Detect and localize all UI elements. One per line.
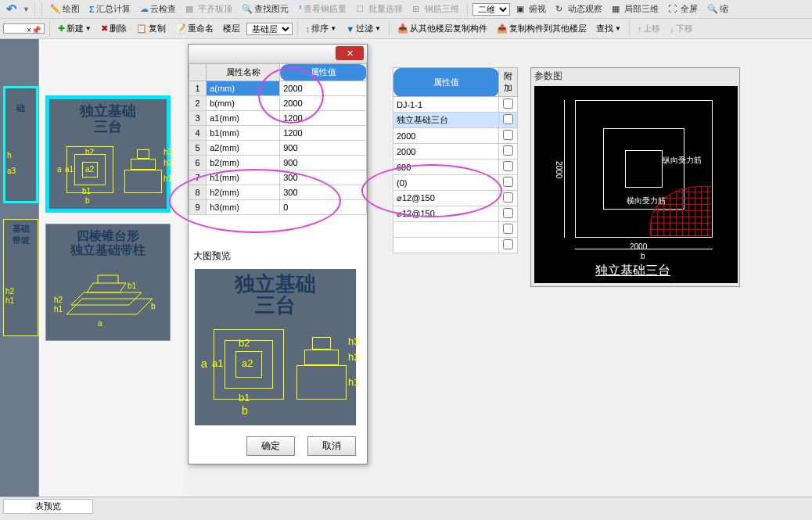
up-icon: ↑ — [638, 24, 642, 34]
cancel-button[interactable]: 取消 — [307, 436, 356, 456]
move-down-button[interactable]: ↓ 下移 — [666, 22, 696, 35]
dim-2000-h: 2000 — [630, 242, 647, 251]
box-icon: ▦ — [612, 4, 623, 15]
rename-button[interactable]: 📝 重命名 — [172, 22, 217, 35]
copy-from-floor-button[interactable]: 📥 从其他楼层复制构件 — [394, 22, 490, 35]
table-preview-tab[interactable]: 表预览 — [3, 499, 93, 514]
main-toolbar: ↶ ▼ ✏️绘图 Σ 汇总计算 ☁ 云检查 ▦平齐板顶 🔍查找图元 ᕁ 查看钢筋… — [0, 0, 812, 19]
sum-calc-button[interactable]: Σ 汇总计算 — [86, 2, 134, 16]
attach-checkbox-7[interactable] — [503, 208, 513, 218]
mid-row-0[interactable]: DJ-1-1 — [393, 97, 518, 113]
h-rebar-label: 横向受力筋 — [627, 195, 666, 206]
align-icon: ▦ — [185, 4, 196, 15]
property-dialog: ✕ 属性名称 属性值 1a(mm)20002b(mm)20003a1(mm)12… — [188, 44, 368, 464]
rename-icon: 📝 — [175, 23, 186, 34]
attach-checkbox-0[interactable] — [503, 99, 513, 109]
prop-row-a2(mm)[interactable]: 5a2(mm)900 — [189, 141, 367, 156]
mid-col-value-header: 属性值 — [393, 68, 499, 97]
local-3d-button[interactable]: ▦局部三维 — [609, 2, 662, 16]
attach-checkbox-9[interactable] — [503, 239, 513, 249]
dialog-close-button[interactable]: ✕ — [336, 46, 364, 60]
left-thumb-1[interactable]: 础 h a3 — [3, 86, 38, 203]
floor-select[interactable]: 基础层 — [246, 23, 293, 35]
funnel-icon: ▼ — [346, 24, 354, 34]
look-down-button[interactable]: ▣俯视 — [513, 2, 549, 16]
new-button[interactable]: ✚ 新建 ▼ — [55, 22, 95, 35]
mid-row-4[interactable]: 600 — [393, 160, 518, 175]
mid-row-8[interactable] — [393, 222, 518, 238]
mid-row-3[interactable]: 2000 — [393, 144, 518, 160]
mid-row-6[interactable]: ⌀12@150 — [393, 191, 518, 206]
attach-checkbox-8[interactable] — [503, 224, 513, 234]
left-strip: 础 h a3 基础 带坡 h2 h1 — [0, 39, 39, 497]
attach-checkbox-1[interactable] — [503, 114, 513, 124]
v-rebar-label: 纵向受力筋 — [663, 155, 702, 166]
grid-icon: ⊞ — [412, 4, 423, 15]
select-icon: ☐ — [356, 4, 367, 15]
view-mode-select[interactable]: 二维 — [472, 3, 510, 16]
status-bar: 表预览 — [0, 497, 812, 520]
batch-select-button[interactable]: ☐批量选择 — [353, 2, 406, 16]
export-icon: 📤 — [497, 23, 508, 34]
prop-row-h2(mm)[interactable]: 8h2(mm)300 — [189, 185, 367, 200]
foundation-thumb-2[interactable]: 四棱锥台形独立基础带柱 h2 h1 b1 b a — [45, 224, 171, 341]
mid-row-5[interactable]: (0) — [393, 175, 518, 191]
dynamic-view-button[interactable]: ↻动态观察 — [552, 2, 605, 16]
attach-checkbox-2[interactable] — [503, 130, 513, 140]
prop-row-a(mm)[interactable]: 1a(mm)2000 — [189, 81, 367, 96]
undo-button[interactable]: ↶ — [3, 1, 20, 17]
filter-button[interactable]: ▼ 过滤 ▼ — [343, 22, 384, 35]
align-top-button[interactable]: ▦平齐板顶 — [182, 2, 235, 16]
attach-checkbox-6[interactable] — [503, 192, 513, 203]
move-up-button[interactable]: ↑ 上移 — [634, 22, 664, 35]
prop-row-b(mm)[interactable]: 2b(mm)2000 — [189, 96, 367, 111]
expand-icon: ⛶ — [668, 4, 679, 15]
import-icon: 📥 — [397, 23, 408, 34]
thumbnail-column: 独立基础三台 a a1 b2 a2 b1 b h3 h2 h1 — [39, 39, 184, 497]
mid-row-9[interactable] — [393, 238, 518, 253]
search-icon: 🔍 — [242, 4, 253, 15]
mid-row-2[interactable]: 2000 — [393, 128, 518, 144]
prop-row-h1(mm)[interactable]: 7h1(mm)300 — [189, 170, 367, 185]
find-button[interactable]: 查找 ▼ — [593, 22, 624, 35]
parameter-diagram-panel: 参数图 2000 2000 b 纵向受力筋 横向受力筋 独立基础三台 — [530, 67, 740, 287]
col-name-header: 属性名称 — [207, 64, 280, 81]
copy-to-floor-button[interactable]: 📤 复制构件到其他楼层 — [494, 22, 590, 35]
mid-row-1[interactable]: 独立基础三台 — [393, 113, 518, 128]
find-elem-button[interactable]: 🔍查找图元 — [239, 2, 292, 16]
sort-button[interactable]: ↕ 排序 ▼ — [303, 22, 340, 35]
zoom-icon: 🔍 — [707, 4, 718, 15]
rebar-3d-button[interactable]: ⊞钢筋三维 — [409, 2, 462, 16]
attach-checkbox-4[interactable] — [503, 161, 513, 171]
dim-b: b — [641, 252, 645, 260]
draw-button[interactable]: ✏️绘图 — [47, 2, 83, 16]
copy-button[interactable]: 📋 复制 — [133, 22, 169, 35]
panel-tab[interactable]: 📌× — [3, 23, 45, 34]
cloud-check-button[interactable]: ☁ 云检查 — [137, 2, 179, 16]
dialog-titlebar[interactable]: ✕ — [189, 45, 367, 63]
prop-row-a1(mm)[interactable]: 3a1(mm)1200 — [189, 111, 367, 126]
cad-caption: 独立基础三台 — [595, 263, 670, 279]
attach-checkbox-3[interactable] — [503, 145, 513, 156]
preview-box: 独立基础三台 a a1 b2 a2 b1 b h3 h2 h1 — [195, 269, 356, 425]
mid-col-attach-header: 附加 — [499, 68, 518, 97]
attach-checkbox-5[interactable] — [503, 177, 513, 187]
mid-row-7[interactable]: ⌀12@150 — [393, 206, 518, 222]
secondary-toolbar: 📌× ✚ 新建 ▼ ✖ 删除 📋 复制 📝 重命名 楼层 基础层 ↕ 排序 ▼ … — [0, 19, 812, 39]
zoom-button[interactable]: 🔍缩 — [704, 2, 731, 16]
full-screen-button[interactable]: ⛶全屏 — [665, 2, 701, 16]
pin-icon[interactable]: 📌 — [31, 26, 41, 34]
foundation-thumb-1[interactable]: 独立基础三台 a a1 b2 a2 b1 b h3 h2 h1 — [45, 95, 171, 213]
left-thumb-2[interactable]: 基础 带坡 h2 h1 — [3, 219, 38, 336]
prop-row-b1(mm)[interactable]: 4b1(mm)1200 — [189, 126, 367, 141]
col-value-header: 属性值 — [280, 64, 367, 81]
prop-row-h3(mm)[interactable]: 9h3(mm)0 — [189, 200, 367, 215]
preview-label: 大图预览 — [189, 246, 367, 266]
pencil-icon: ✏️ — [50, 4, 61, 15]
delete-button[interactable]: ✖ 删除 — [98, 22, 130, 35]
close-icon[interactable]: × — [27, 26, 31, 34]
check-rebar-button[interactable]: ᕁ 查看钢筋量 — [295, 2, 350, 16]
ok-button[interactable]: 确定 — [246, 436, 295, 456]
prop-row-b2(mm)[interactable]: 6b2(mm)900 — [189, 156, 367, 170]
mid-property-table: 属性值 附加 DJ-1-1独立基础三台20002000600(0)⌀12@150… — [393, 67, 518, 253]
